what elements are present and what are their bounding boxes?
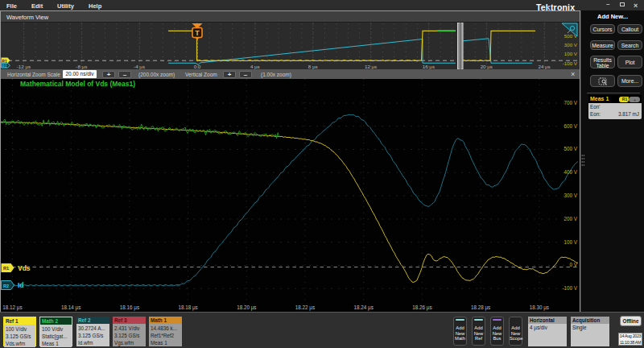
svg-text:-100 V: -100 V [562, 285, 577, 291]
svg-text:100 V: 100 V [564, 51, 578, 56]
svg-text:18.26 µs: 18.26 µs [412, 304, 431, 311]
svg-text:18.14 µs: 18.14 µs [61, 304, 80, 311]
svg-text:R1: R1 [3, 266, 9, 271]
svg-text:18.30 µs: 18.30 µs [530, 304, 549, 311]
svg-text:20 µs: 20 µs [481, 64, 493, 69]
svg-text:24 µs: 24 µs [538, 64, 550, 69]
svg-text:18.12 µs: 18.12 µs [2, 304, 22, 311]
svg-text:600 V: 600 V [564, 123, 578, 129]
svg-text:R1: R1 [2, 59, 7, 64]
svg-text:200 V: 200 V [564, 216, 578, 222]
svg-text:18.16 µs: 18.16 µs [120, 304, 139, 311]
svg-text:-4 µs: -4 µs [134, 64, 145, 69]
svg-text:4 µs: 4 µs [250, 64, 260, 69]
svg-text:-12 µs: -12 µs [17, 64, 31, 69]
svg-text:18.28 µs: 18.28 µs [471, 304, 490, 311]
svg-text:12 µs: 12 µs [365, 64, 377, 69]
svg-text:8 µs: 8 µs [308, 64, 318, 69]
svg-text:Mathematical Model of Vds (Mea: Mathematical Model of Vds (Meas1) [20, 80, 135, 88]
svg-text:0 V: 0 V [570, 262, 578, 267]
svg-text:300 V: 300 V [564, 193, 578, 198]
svg-text:18.22 µs: 18.22 µs [295, 304, 315, 311]
svg-text:R2: R2 [3, 284, 9, 288]
svg-text:18.20 µs: 18.20 µs [237, 304, 256, 311]
svg-text:100 V: 100 V [564, 239, 578, 245]
svg-text:300 V: 300 V [564, 42, 578, 48]
svg-text:0.0: 0.0 [194, 64, 201, 69]
svg-text:+: + [634, 97, 637, 102]
svg-text:R2: R2 [2, 64, 7, 68]
svg-text:500 V: 500 V [564, 146, 578, 151]
svg-text:Id: Id [18, 281, 24, 289]
svg-text:Vds: Vds [18, 264, 31, 272]
svg-text:-100 V: -100 V [563, 60, 578, 66]
svg-text:-8 µs: -8 µs [76, 64, 87, 69]
svg-text:18.18 µs: 18.18 µs [178, 304, 197, 311]
svg-text:18.24 µs: 18.24 µs [354, 304, 374, 311]
svg-text:T: T [195, 29, 200, 37]
svg-text:400 V: 400 V [564, 169, 578, 175]
svg-text:16 µs: 16 µs [423, 64, 435, 69]
svg-text:700 V: 700 V [564, 100, 578, 106]
svg-text:R1: R1 [622, 97, 628, 102]
